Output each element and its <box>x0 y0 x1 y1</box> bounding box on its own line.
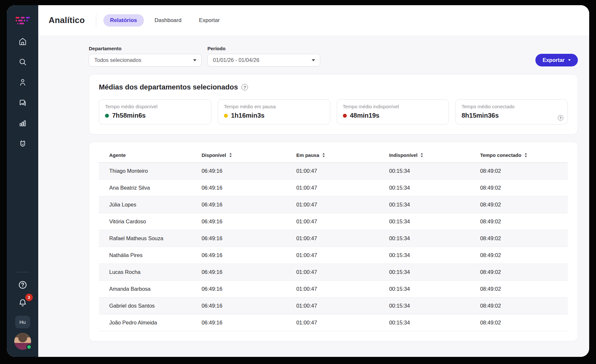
stat-card-label: Tempo médio em pausa <box>224 104 324 109</box>
department-select[interactable]: Todos selecionados <box>89 54 202 66</box>
time-value-cell: 06:49:16 <box>202 320 296 326</box>
time-value-cell: 08:49:02 <box>480 168 568 174</box>
column-header: Agente <box>99 152 202 158</box>
table-row[interactable]: Thiago Monteiro06:49:1601:00:4700:15:340… <box>99 163 568 180</box>
stat-card-value: 7h58min6s <box>112 112 146 119</box>
table-row[interactable]: Rafael Matheus Souza06:49:1601:00:4700:1… <box>99 230 568 247</box>
chevron-down-icon <box>193 59 196 61</box>
time-value-cell: 08:49:02 <box>480 269 568 275</box>
agent-name-cell: Vitória Cardoso <box>99 218 202 225</box>
table-header: AgenteDisponívelEm pausaIndisponívelTemp… <box>99 150 568 163</box>
help-circle-icon[interactable]: ? <box>558 115 563 121</box>
time-value-cell: 01:00:47 <box>296 235 389 241</box>
department-label: Departamento <box>89 46 202 51</box>
column-header-label: Agente <box>109 152 126 158</box>
time-value-cell: 08:49:02 <box>480 286 568 292</box>
chat-icon[interactable] <box>18 99 27 107</box>
home-icon[interactable] <box>18 37 27 46</box>
filter-row: Departamento Todos selecionados Período … <box>89 46 578 66</box>
table-row[interactable]: Lucas Rocha06:49:1601:00:4700:15:3408:49… <box>99 264 568 281</box>
time-value-cell: 00:15:34 <box>389 185 480 191</box>
column-header[interactable]: Indisponível <box>389 152 480 158</box>
column-header[interactable]: Em pausa <box>296 152 389 158</box>
column-header[interactable]: Disponível <box>202 152 296 158</box>
time-value-cell: 08:49:02 <box>480 185 568 191</box>
sidebar: 3 Hu <box>7 5 38 357</box>
table-body: Thiago Monteiro06:49:1601:00:4700:15:340… <box>99 163 568 331</box>
table-row[interactable]: Júlia Lopes06:49:1601:00:4700:15:3408:49… <box>99 196 568 213</box>
period-select-value: 01/01/26 - 01/04/26 <box>213 57 259 63</box>
time-value-cell: 00:15:34 <box>389 235 480 241</box>
time-value-cell: 00:15:34 <box>389 269 480 275</box>
tab-exportar[interactable]: Exportar <box>192 14 227 27</box>
agent-name-cell: Thiago Monteiro <box>99 168 202 174</box>
tab-dashboard[interactable]: Dashboard <box>148 14 188 27</box>
table-row[interactable]: Amanda Barbosa06:49:1601:00:4700:15:3408… <box>99 281 568 298</box>
app-logo[interactable] <box>16 17 30 24</box>
time-value-cell: 00:15:34 <box>389 218 480 225</box>
stat-card-value: 1h16min3s <box>231 112 264 119</box>
stat-card: Tempo médio disponível7h58min6s <box>99 99 211 124</box>
bar-chart-icon[interactable] <box>18 119 27 127</box>
sidebar-bottom: 3 Hu <box>14 272 31 350</box>
stat-card: Tempo médio em pausa1h16min3s <box>218 99 330 124</box>
chevron-down-icon <box>568 59 571 61</box>
notifications[interactable]: 3 <box>18 298 28 308</box>
column-header[interactable]: Tempo conectado <box>480 152 568 158</box>
column-header-label: Indisponível <box>389 152 418 158</box>
table-row[interactable]: João Pedro Almeida06:49:1601:00:4700:15:… <box>99 314 568 331</box>
user-chip[interactable]: Hu <box>15 316 30 328</box>
main-area: Analítico Relatórios Dashboard Exportar … <box>38 5 589 357</box>
title-divider <box>96 14 96 27</box>
agents-table-panel: AgenteDisponívelEm pausaIndisponívelTemp… <box>89 142 578 341</box>
user-avatar[interactable] <box>14 333 31 350</box>
time-value-cell: 08:49:02 <box>480 252 568 258</box>
bot-icon[interactable] <box>18 139 27 148</box>
page-title: Analítico <box>49 15 85 25</box>
department-filter: Departamento Todos selecionados <box>89 46 202 66</box>
sort-icon[interactable] <box>322 153 325 158</box>
sort-icon[interactable] <box>420 153 424 158</box>
help-circle-icon[interactable]: ? <box>241 84 248 90</box>
time-value-cell: 06:49:16 <box>202 202 296 208</box>
time-value-cell: 08:49:02 <box>480 235 568 241</box>
time-value-cell: 08:49:02 <box>480 202 568 208</box>
period-select[interactable]: 01/01/26 - 01/04/26 <box>207 54 320 66</box>
content: Departamento Todos selecionados Período … <box>38 35 589 357</box>
time-value-cell: 06:49:16 <box>202 235 296 241</box>
column-header-label: Tempo conectado <box>480 152 521 158</box>
help-icon[interactable] <box>18 280 28 290</box>
status-dot <box>343 114 347 118</box>
time-value-cell: 08:49:02 <box>480 218 568 225</box>
table-row[interactable]: Nathália Pires06:49:1601:00:4700:15:3408… <box>99 247 568 264</box>
user-icon[interactable] <box>18 78 27 87</box>
time-value-cell: 01:00:47 <box>296 320 389 326</box>
table-row[interactable]: Gabriel dos Santos06:49:1601:00:4700:15:… <box>99 298 568 314</box>
time-value-cell: 01:00:47 <box>296 168 389 174</box>
table-row[interactable]: Ana Beatriz Silva06:49:1601:00:4700:15:3… <box>99 180 568 196</box>
period-label: Período <box>207 46 320 51</box>
time-value-cell: 00:15:34 <box>389 252 480 258</box>
period-filter: Período 01/01/26 - 01/04/26 <box>207 46 320 66</box>
time-value-cell: 01:00:47 <box>296 252 389 258</box>
time-value-cell: 08:49:02 <box>480 320 568 326</box>
sort-icon[interactable] <box>229 153 232 158</box>
time-value-cell: 06:49:16 <box>202 218 296 225</box>
tab-relatorios[interactable]: Relatórios <box>103 14 144 27</box>
stat-card-value: 48min19s <box>350 112 380 119</box>
time-value-cell: 01:00:47 <box>296 303 389 309</box>
status-dot <box>105 114 109 118</box>
stat-card-label: Tempo médio disponível <box>105 104 205 109</box>
time-value-cell: 06:49:16 <box>202 303 296 309</box>
table-row[interactable]: Vitória Cardoso06:49:1601:00:4700:15:340… <box>99 213 568 230</box>
averages-title: Médias dos departamentos selecionados <box>99 83 238 91</box>
search-icon[interactable] <box>18 58 27 66</box>
time-value-cell: 01:00:47 <box>296 202 389 208</box>
export-button[interactable]: Exportar <box>535 54 578 66</box>
sidebar-nav <box>18 37 27 148</box>
time-value-cell: 01:00:47 <box>296 218 389 225</box>
agent-name-cell: Amanda Barbosa <box>99 286 202 292</box>
time-value-cell: 00:15:34 <box>389 320 480 326</box>
sort-icon[interactable] <box>524 153 528 158</box>
stat-card-value: 8h15min36s <box>462 112 499 119</box>
